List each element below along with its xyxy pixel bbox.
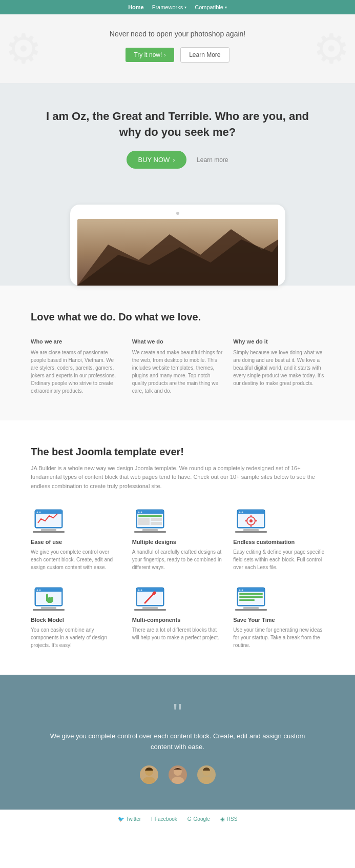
avatar-1[interactable] [140, 765, 158, 784]
feature-custom-title: Endless customisation [233, 539, 324, 545]
nav-frameworks-label: Frameworks [152, 4, 183, 10]
svg-point-24 [239, 512, 241, 513]
learn-more-hero-button[interactable]: Learn More [180, 47, 229, 63]
nav-home[interactable]: Home [128, 4, 144, 10]
google-label: Google [194, 816, 210, 822]
svg-rect-17 [151, 518, 162, 521]
feature-customisation: Endless customisation Easy editing & def… [233, 509, 324, 571]
svg-point-61 [143, 777, 155, 784]
rss-label: RSS [227, 816, 238, 822]
feature-multi-title: Multi-components [132, 617, 223, 623]
svg-rect-16 [138, 518, 150, 525]
joomla-intro: JA Builder is a whole new way we design … [31, 464, 324, 491]
svg-point-45 [140, 590, 142, 591]
nav-compatible[interactable]: Compatible ▾ [195, 4, 227, 10]
tablet-section: 21:00 100% [0, 194, 355, 286]
svg-point-37 [37, 590, 38, 591]
love-col-2-title: What we do [132, 338, 223, 345]
svg-point-14 [140, 512, 142, 513]
love-col-2: What we do We create and make beautiful … [132, 338, 223, 395]
svg-point-6 [37, 512, 38, 513]
joomla-section: The best Joomla template ever! JA Builde… [0, 420, 355, 675]
svg-rect-55 [239, 593, 263, 595]
testimonial-section: " We give you complete control over each… [0, 675, 355, 810]
oz-section: I am Oz, the Great and Terrible. Who are… [0, 83, 355, 194]
svg-rect-18 [151, 522, 162, 525]
feature-time-text: Use your time for generating new ideas f… [233, 626, 324, 649]
feature-block-model: Block Model You can easily combine any c… [31, 587, 122, 649]
feature-designs-text: A handful of carefully crafted designs a… [132, 548, 223, 571]
feature-designs-title: Multiple designs [132, 539, 223, 545]
nav-frameworks[interactable]: Frameworks ▾ [152, 4, 187, 10]
love-col-1: Who we are We are close teams of passion… [31, 338, 122, 395]
svg-rect-39 [41, 607, 56, 609]
footer-rss-link[interactable]: ◉ RSS [220, 816, 238, 822]
oz-learn-more-link[interactable]: Learn more [197, 156, 228, 164]
features-grid: Ease of use We give you complete control… [31, 509, 324, 649]
testimonial-avatars [41, 765, 314, 784]
love-heading: Love what we do. Do what we love. [31, 311, 324, 323]
feature-save-time: Save Your Time Use your time for generat… [233, 587, 324, 649]
svg-point-38 [39, 590, 41, 591]
buy-now-label: BUY NOW [138, 156, 170, 164]
svg-rect-32 [243, 529, 259, 531]
svg-point-7 [39, 512, 41, 513]
svg-rect-48 [142, 607, 158, 609]
try-now-button[interactable]: Try it now! › [126, 48, 174, 62]
try-now-label: Try it now! [134, 51, 162, 58]
ease-of-use-icon [31, 509, 122, 539]
svg-point-63 [172, 777, 184, 784]
love-col-3-title: Why we do it [233, 338, 324, 345]
feature-block-title: Block Model [31, 617, 122, 623]
svg-point-54 [242, 590, 243, 591]
multi-components-icon [132, 587, 223, 617]
svg-rect-20 [134, 531, 166, 533]
facebook-icon: f [151, 816, 153, 822]
svg-rect-58 [243, 607, 259, 609]
feature-multi-text: There are a lot of different blocks that… [132, 626, 223, 641]
buy-now-button[interactable]: BUY NOW › [127, 151, 186, 169]
feature-multiple-designs: Multiple designs A handful of carefully … [132, 509, 223, 571]
buy-now-arrow-icon: › [173, 156, 175, 164]
joomla-heading: The best Joomla template ever! [31, 446, 324, 458]
feature-ease-title: Ease of use [31, 539, 122, 545]
save-time-icon [233, 587, 324, 617]
customisation-icon [233, 509, 324, 539]
footer-facebook-link[interactable]: f Facebook [151, 816, 177, 822]
footer-twitter-link[interactable]: 🐦 Twitter [118, 816, 141, 822]
svg-rect-33 [235, 531, 267, 533]
love-col-2-text: We create and make beautiful things for … [132, 349, 223, 395]
svg-point-44 [138, 590, 139, 591]
svg-rect-9 [33, 531, 65, 533]
love-section: Love what we do. Do what we love. Who we… [0, 286, 355, 420]
svg-point-53 [239, 590, 241, 591]
svg-rect-8 [41, 529, 56, 531]
rss-icon: ◉ [220, 816, 225, 822]
tablet-screen: 21:00 100% [77, 219, 278, 286]
oz-heading: I am Oz, the Great and Terrible. Who are… [41, 109, 314, 140]
avatar-3[interactable] [197, 765, 216, 784]
svg-rect-15 [138, 515, 162, 517]
love-col-1-title: Who we are [31, 338, 122, 345]
twitter-icon: 🐦 [118, 816, 124, 822]
compatible-dropdown-icon: ▾ [225, 5, 227, 10]
svg-point-65 [200, 777, 213, 784]
feature-block-text: You can easily combine any components in… [31, 626, 122, 649]
avatar-2[interactable] [169, 765, 187, 784]
quote-mark-icon: " [41, 700, 314, 726]
testimonial-text: We give you complete control over each c… [41, 731, 314, 753]
svg-point-25 [242, 512, 243, 513]
tablet-frame: 21:00 100% [70, 205, 285, 286]
love-col-3: Why we do it Simply because we love doin… [233, 338, 324, 395]
footer-google-link[interactable]: G Google [187, 816, 210, 822]
try-now-arrow-icon: › [164, 52, 165, 58]
footer: 🐦 Twitter f Facebook G Google ◉ RSS [0, 810, 355, 828]
feature-multi-components: Multi-components There are a lot of diff… [132, 587, 223, 649]
oz-learn-more-label: Learn more [197, 156, 228, 164]
feature-custom-text: Easy editing & define your page specific… [233, 548, 324, 571]
svg-rect-40 [33, 609, 65, 611]
svg-rect-56 [239, 596, 263, 598]
multiple-designs-icon [132, 509, 223, 539]
feature-time-title: Save Your Time [233, 617, 324, 623]
facebook-label: Facebook [155, 816, 177, 822]
